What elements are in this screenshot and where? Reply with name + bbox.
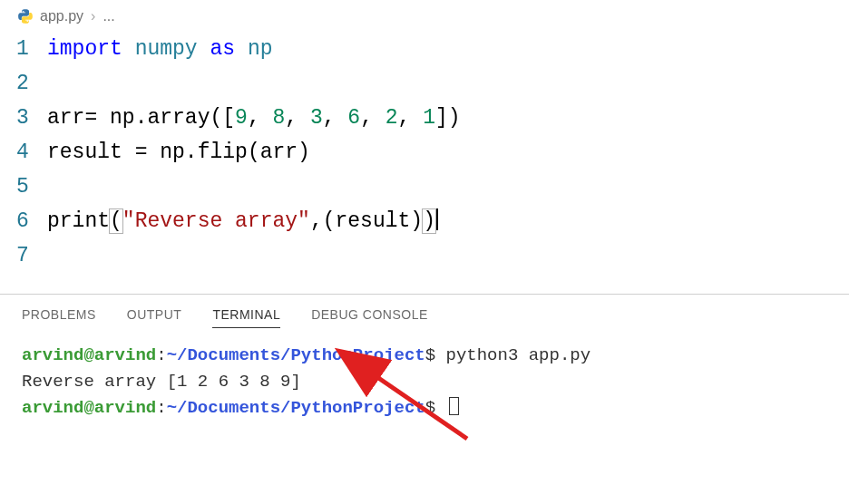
code-line[interactable]: 6print("Reverse array",(result)) [16,205,833,239]
token-kw: as [210,37,235,61]
terminal-output[interactable]: arvind@arvind:~/Documents/PythonProject$… [0,334,849,431]
token-punc: . [185,141,198,164]
panel-tabs: PROBLEMSOUTPUTTERMINALDEBUG CONSOLE [0,295,849,334]
token-fn: flip [198,141,248,164]
code-line[interactable]: 3arr= np.array([9, 8, 3, 6, 2, 1]) [16,102,833,136]
token-punc: ( [323,209,336,233]
breadcrumb: app.py › ... [0,0,849,29]
line-number: 1 [16,33,47,67]
token-punc: ( [248,141,260,164]
code-line[interactable]: 2 [16,67,833,102]
token-fn: print [47,209,110,233]
token-fn: result [47,141,135,164]
line-number: 7 [16,239,47,274]
code-line[interactable]: 1import numpy as np [16,33,833,67]
code-content[interactable]: arr= np.array([9, 8, 3, 6, 2, 1]) [47,102,461,136]
code-content[interactable]: import numpy as np [47,33,273,67]
terminal-text: ~/Documents/PythonProject [167,345,425,365]
token-punc: , [323,106,348,130]
terminal-text: Reverse array [1 2 6 3 8 9] [22,372,301,392]
editor-cursor [436,208,438,230]
terminal-text: : [156,398,166,418]
code-content[interactable]: print("Reverse array",(result)) [47,205,438,239]
terminal-text: : [156,345,166,365]
terminal-line: arvind@arvind:~/Documents/PythonProject$… [22,343,827,369]
token-id: np [248,37,273,61]
token-fn: array [147,106,210,130]
terminal-line: Reverse array [1 2 6 3 8 9] [22,369,827,395]
token-num: 1 [423,106,435,130]
token-punc: . [135,106,148,130]
token-num: 6 [347,106,360,130]
terminal-text: arvind@arvind [22,345,156,365]
token-punc: ) [298,141,310,164]
code-line[interactable]: 4result = np.flip(arr) [16,136,833,170]
tab-debug-console[interactable]: DEBUG CONSOLE [311,307,428,328]
token-punc: = [84,106,110,130]
breadcrumb-trail[interactable]: ... [102,8,114,24]
token-fn: arr [260,141,298,164]
line-number: 3 [16,102,47,136]
token-id: numpy [135,37,198,61]
tab-terminal[interactable]: TERMINAL [212,307,280,328]
terminal-text: $ [425,398,446,418]
python-file-icon [16,7,34,25]
token-punc: = [135,141,161,164]
token-num: 2 [385,106,398,130]
token-punc: ( [109,208,123,234]
token-punc: , [360,106,385,130]
terminal-text: arvind@arvind [22,398,156,418]
breadcrumb-separator: › [91,8,95,24]
line-number: 2 [16,67,47,102]
line-number: 4 [16,136,47,170]
code-content[interactable]: result = np.flip(arr) [47,136,310,170]
token-fn: np [110,106,135,130]
terminal-cursor [449,397,459,415]
token-punc: , [248,106,273,130]
token-punc: , [310,209,323,233]
token-fn: result [336,209,411,233]
line-number: 5 [16,170,47,205]
terminal-text: $ python3 app.py [425,345,590,365]
token-punc: ([ [210,106,235,130]
token-fn: np [160,141,185,164]
token-punc: , [285,106,310,130]
token-punc: , [398,106,424,130]
tab-problems[interactable]: PROBLEMS [22,307,96,328]
token-fn: arr [47,106,84,130]
token-str: "Reverse array" [122,209,310,233]
token-kw: import [47,37,122,61]
tab-output[interactable]: OUTPUT [127,307,182,328]
terminal-line: arvind@arvind:~/Documents/PythonProject$ [22,395,827,422]
token-num: 9 [235,106,248,130]
terminal-text: ~/Documents/PythonProject [167,398,425,418]
code-line[interactable]: 7 [16,239,833,274]
token-num: 8 [273,106,286,130]
line-number: 6 [16,205,47,239]
code-editor[interactable]: 1import numpy as np23arr= np.array([9, 8… [0,29,849,281]
code-line[interactable]: 5 [16,170,833,205]
token-num: 3 [310,106,323,130]
breadcrumb-filename[interactable]: app.py [40,8,83,24]
token-punc: ) [422,208,436,234]
token-punc: ]) [435,106,461,130]
